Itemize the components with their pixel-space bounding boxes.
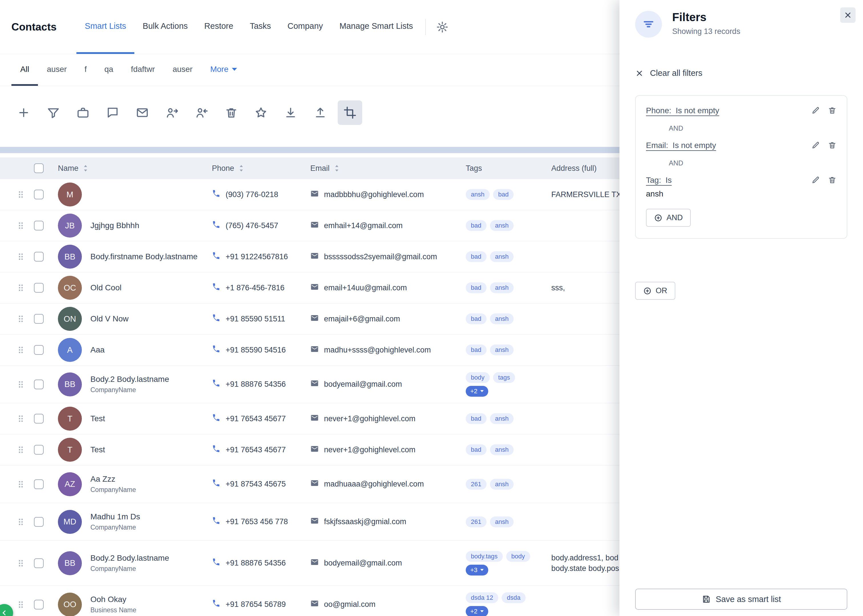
sms-icon[interactable] <box>101 101 125 125</box>
drag-handle-icon[interactable] <box>14 599 28 610</box>
smart-list-tab-fdaftwr[interactable]: fdaftwr <box>122 54 164 86</box>
contact-name[interactable]: Jgjhgg Bbhhh <box>90 221 139 230</box>
tag-chip: body.tags <box>466 551 503 562</box>
delete-condition-icon[interactable] <box>828 176 836 185</box>
contact-name[interactable]: Ooh Okay <box>90 595 136 604</box>
more-tags-chip[interactable]: +2 <box>466 606 488 616</box>
import-contact-icon[interactable] <box>160 101 184 125</box>
smart-list-tab-f[interactable]: f <box>75 54 96 86</box>
contact-name[interactable]: Madhu 1m Ds <box>90 512 140 521</box>
smart-list-tab-all[interactable]: All <box>11 54 38 86</box>
select-all-checkbox[interactable] <box>34 163 44 173</box>
contact-name[interactable]: Body.2 Body.lastname <box>90 553 169 563</box>
nav-tab-restore[interactable]: Restore <box>196 0 242 54</box>
row-checkbox[interactable] <box>34 283 44 292</box>
nav-tab-manage-smart-lists[interactable]: Manage Smart Lists <box>331 0 421 54</box>
tag-chip: ansh <box>466 189 490 200</box>
filter-condition-label[interactable]: Tag: Is <box>646 176 672 185</box>
edit-condition-icon[interactable] <box>811 106 820 116</box>
contact-name[interactable]: Aa Zzz <box>90 475 136 484</box>
contact-name[interactable]: Aaa <box>90 345 105 355</box>
row-checkbox[interactable] <box>34 479 44 489</box>
star-icon[interactable] <box>249 101 273 125</box>
drag-handle-icon[interactable] <box>14 282 28 294</box>
drag-handle-icon[interactable] <box>14 516 28 528</box>
settings-gear-icon[interactable] <box>433 18 451 36</box>
delete-icon[interactable] <box>219 101 244 125</box>
drag-handle-icon[interactable] <box>14 313 28 325</box>
row-checkbox[interactable] <box>34 345 44 355</box>
column-header-phone[interactable]: Phone <box>203 164 302 173</box>
email-value: madbbbhu@gohighlevel.com <box>324 190 424 199</box>
smart-list-tab-auser[interactable]: auser <box>164 54 201 86</box>
frame-icon[interactable] <box>338 101 362 125</box>
row-checkbox[interactable] <box>34 414 44 423</box>
row-checkbox[interactable] <box>34 445 44 454</box>
contact-name[interactable]: Body.2 Body.lastname <box>90 375 169 384</box>
close-filters-button[interactable] <box>840 8 855 23</box>
email-icon <box>310 345 319 355</box>
drag-handle-icon[interactable] <box>14 251 28 262</box>
smart-list-tab-qa[interactable]: qa <box>96 54 122 86</box>
add-or-group-button[interactable]: OR <box>635 282 675 300</box>
avatar: OC <box>58 276 82 300</box>
smart-list-tab-auser[interactable]: auser <box>38 54 75 86</box>
contact-name[interactable]: Test <box>90 414 105 423</box>
filter-icon[interactable] <box>41 101 66 125</box>
row-checkbox[interactable] <box>34 558 44 568</box>
column-header-email[interactable]: Email <box>302 164 457 173</box>
drag-handle-icon[interactable] <box>14 344 28 356</box>
drag-handle-icon[interactable] <box>14 444 28 456</box>
drag-handle-icon[interactable] <box>14 413 28 424</box>
nav-tab-smart-lists[interactable]: Smart Lists <box>76 0 134 54</box>
filters-title: Filters <box>672 11 740 24</box>
tag-chip: ansh <box>490 251 514 262</box>
drag-handle-icon[interactable] <box>14 479 28 490</box>
email-value: emhail+14@gmail.com <box>324 221 403 230</box>
row-checkbox[interactable] <box>34 190 44 200</box>
email-icon[interactable] <box>130 101 154 125</box>
filter-condition-label[interactable]: Email: Is not empty <box>646 141 716 150</box>
filter-lines-icon <box>635 11 662 38</box>
more-tags-chip[interactable]: +3 <box>466 565 488 575</box>
more-tags-chip[interactable]: +2 <box>466 386 488 397</box>
row-checkbox[interactable] <box>34 380 44 389</box>
phone-value: +91 85590 54516 <box>226 346 286 355</box>
contact-name[interactable]: Old V Now <box>90 314 129 324</box>
download-icon[interactable] <box>278 101 303 125</box>
delete-condition-icon[interactable] <box>828 106 836 116</box>
save-as-smart-list-button[interactable]: Save as smart list <box>635 589 847 610</box>
row-checkbox[interactable] <box>34 517 44 527</box>
briefcase-icon[interactable] <box>71 101 95 125</box>
tag-chip: bad <box>466 313 487 324</box>
clear-all-filters-button[interactable]: Clear all filters <box>635 68 703 78</box>
contact-name[interactable]: Old Cool <box>90 283 121 292</box>
nav-tab-bulk-actions[interactable]: Bulk Actions <box>134 0 196 54</box>
row-checkbox[interactable] <box>34 600 44 610</box>
contact-name[interactable]: Test <box>90 445 105 454</box>
delete-condition-icon[interactable] <box>828 141 836 151</box>
smart-list-more-button[interactable]: More <box>201 54 246 86</box>
tag-chip: bad <box>466 344 487 355</box>
filter-condition-label[interactable]: Phone: Is not empty <box>646 106 719 115</box>
nav-tab-tasks[interactable]: Tasks <box>242 0 279 54</box>
drag-handle-icon[interactable] <box>14 220 28 231</box>
edit-condition-icon[interactable] <box>811 141 820 151</box>
export-contact-icon[interactable] <box>189 101 214 125</box>
add-and-condition-button[interactable]: AND <box>646 209 691 227</box>
edit-condition-icon[interactable] <box>811 176 820 185</box>
avatar: T <box>58 438 82 462</box>
drag-handle-icon[interactable] <box>14 189 28 200</box>
phone-icon <box>212 251 220 262</box>
contact-name[interactable]: Body.firstname Body.lastname <box>90 252 198 261</box>
row-checkbox[interactable] <box>34 221 44 230</box>
row-checkbox[interactable] <box>34 314 44 324</box>
drag-handle-icon[interactable] <box>14 558 28 569</box>
nav-tab-company[interactable]: Company <box>279 0 331 54</box>
drag-handle-icon[interactable] <box>14 379 28 390</box>
row-checkbox[interactable] <box>34 252 44 261</box>
upload-icon[interactable] <box>308 101 333 125</box>
column-header-name[interactable]: Name <box>49 164 203 173</box>
phone-value: +91 88876 54356 <box>226 559 286 567</box>
add-icon[interactable] <box>11 101 36 125</box>
